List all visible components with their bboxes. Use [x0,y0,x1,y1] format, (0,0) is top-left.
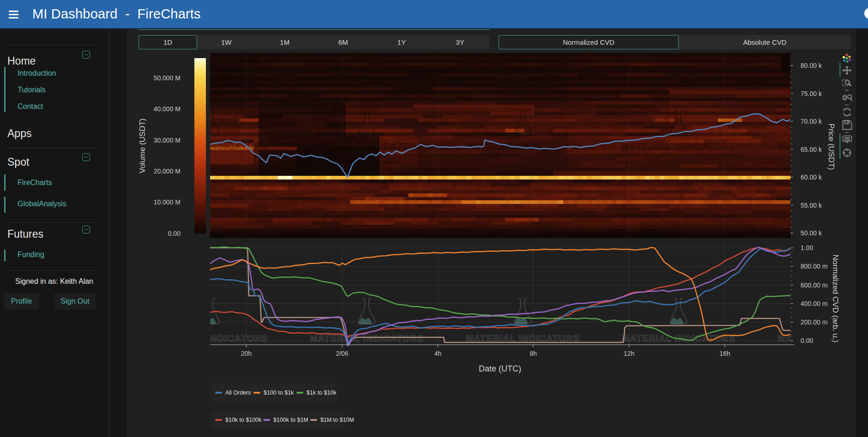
svg-text:MATERIAL INDICATORS: MATERIAL INDICATORS [778,333,868,343]
svg-text:0.00: 0.00 [801,337,813,344]
svg-text:400.00 m: 400.00 m [801,300,827,307]
svg-text:75.00 k: 75.00 k [801,90,822,97]
svg-text:Date (UTC): Date (UTC) [479,364,521,373]
svg-text:55.00 k: 55.00 k [801,202,822,209]
svg-text:4h: 4h [434,350,442,357]
svg-text:12h: 12h [624,350,634,357]
svg-text:Price (USDT): Price (USDT) [827,123,836,170]
svg-text:10.000 M: 10.000 M [154,198,181,206]
svg-text:65.00 k: 65.00 k [801,146,822,153]
svg-text:800.00 m: 800.00 m [801,263,827,270]
svg-text:MATERIAL INDICATORS: MATERIAL INDICATORS [310,333,424,343]
svg-text:MATERIAL INDICATORS: MATERIAL INDICATORS [778,141,868,151]
svg-text:20h: 20h [241,350,252,357]
svg-text:0.00: 0.00 [168,230,181,237]
svg-text:50.000 M: 50.000 M [154,74,181,82]
svg-text:40.000 M: 40.000 M [154,105,181,113]
svg-text:20.000 M: 20.000 M [154,168,181,175]
svg-text:30.000 M: 30.000 M [154,137,181,144]
svg-text:60.00 k: 60.00 k [801,174,822,181]
svg-text:600.00 m: 600.00 m [801,281,827,289]
svg-text:MATERIAL INDICATORS: MATERIAL INDICATORS [154,333,268,343]
svg-text:8h: 8h [530,350,537,357]
svg-text:MATERIAL INDICATORS: MATERIAL INDICATORS [621,141,735,151]
svg-text:1.00: 1.00 [801,244,813,251]
svg-text:50.00 k: 50.00 k [801,229,822,237]
svg-text:200.00 m: 200.00 m [801,318,827,326]
svg-text:70.00 k: 70.00 k [801,118,822,125]
svg-text:2/06: 2/06 [336,350,348,357]
svg-text:Volume (USDT): Volume (USDT) [138,118,147,173]
svg-text:Normalized CVD (arb. u.): Normalized CVD (arb. u.) [831,255,840,343]
svg-text:MATERIAL INDICATORS: MATERIAL INDICATORS [310,141,424,151]
svg-text:16h: 16h [719,350,730,357]
svg-text:80.00 k: 80.00 k [801,62,822,69]
